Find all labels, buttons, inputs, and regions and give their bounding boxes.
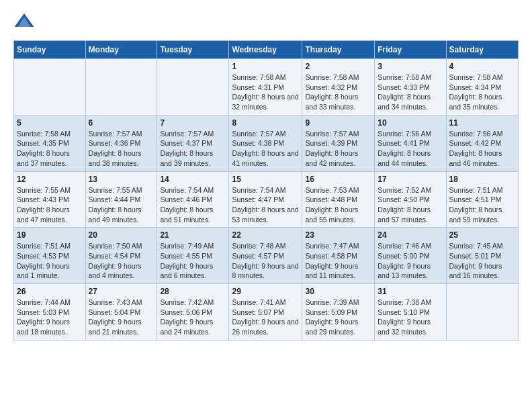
day-info: Sunrise: 7:48 AMSunset: 4:57 PMDaylight:…: [232, 241, 299, 281]
calendar-header-row: SundayMondayTuesdayWednesdayThursdayFrid…: [14, 41, 519, 59]
day-number: 7: [160, 118, 226, 128]
logo: [13, 11, 36, 32]
day-number: 6: [89, 118, 154, 128]
day-info: Sunrise: 7:56 AMSunset: 4:42 PMDaylight:…: [449, 129, 515, 169]
day-info: Sunrise: 7:58 AMSunset: 4:34 PMDaylight:…: [449, 73, 515, 112]
day-info: Sunrise: 7:55 AMSunset: 4:43 PMDaylight:…: [17, 185, 83, 225]
day-info: Sunrise: 7:51 AMSunset: 4:51 PMDaylight:…: [449, 185, 515, 225]
calendar-cell: 12Sunrise: 7:55 AMSunset: 4:43 PMDayligh…: [14, 171, 86, 228]
calendar-cell: 17Sunrise: 7:52 AMSunset: 4:50 PMDayligh…: [375, 171, 446, 228]
calendar-cell: 9Sunrise: 7:57 AMSunset: 4:39 PMDaylight…: [302, 115, 375, 171]
calendar-cell: 22Sunrise: 7:48 AMSunset: 4:57 PMDayligh…: [229, 228, 302, 284]
col-header-saturday: Saturday: [446, 41, 518, 59]
day-number: 12: [17, 175, 83, 184]
day-number: 5: [17, 118, 83, 128]
calendar-cell: 6Sunrise: 7:57 AMSunset: 4:36 PMDaylight…: [85, 115, 157, 171]
day-number: 1: [232, 62, 299, 71]
day-number: 18: [449, 175, 515, 184]
day-info: Sunrise: 7:58 AMSunset: 4:35 PMDaylight:…: [17, 129, 83, 169]
day-number: 14: [160, 175, 226, 184]
day-info: Sunrise: 7:54 AMSunset: 4:47 PMDaylight:…: [232, 185, 299, 225]
calendar-cell: 31Sunrise: 7:38 AMSunset: 5:10 PMDayligh…: [375, 284, 446, 340]
col-header-wednesday: Wednesday: [229, 41, 302, 59]
day-number: 4: [449, 62, 515, 71]
day-number: 3: [378, 62, 443, 71]
calendar-cell: 25Sunrise: 7:45 AMSunset: 5:01 PMDayligh…: [446, 228, 518, 284]
day-info: Sunrise: 7:47 AMSunset: 4:58 PMDaylight:…: [305, 241, 371, 281]
calendar-cell: 30Sunrise: 7:39 AMSunset: 5:09 PMDayligh…: [302, 284, 375, 340]
calendar-cell: 19Sunrise: 7:51 AMSunset: 4:53 PMDayligh…: [14, 228, 86, 284]
calendar-cell: 4Sunrise: 7:58 AMSunset: 4:34 PMDaylight…: [446, 59, 518, 116]
day-info: Sunrise: 7:45 AMSunset: 5:01 PMDaylight:…: [449, 241, 515, 281]
calendar-cell: 18Sunrise: 7:51 AMSunset: 4:51 PMDayligh…: [446, 171, 518, 228]
day-info: Sunrise: 7:46 AMSunset: 5:00 PMDaylight:…: [378, 241, 443, 281]
calendar-cell: 14Sunrise: 7:54 AMSunset: 4:46 PMDayligh…: [157, 171, 229, 228]
day-info: Sunrise: 7:51 AMSunset: 4:53 PMDaylight:…: [17, 241, 83, 281]
week-row-5: 26Sunrise: 7:44 AMSunset: 5:03 PMDayligh…: [14, 284, 519, 340]
week-row-1: 1Sunrise: 7:58 AMSunset: 4:31 PMDaylight…: [14, 59, 519, 116]
col-header-friday: Friday: [375, 41, 446, 59]
day-info: Sunrise: 7:52 AMSunset: 4:50 PMDaylight:…: [378, 185, 443, 225]
day-info: Sunrise: 7:58 AMSunset: 4:33 PMDaylight:…: [378, 73, 443, 112]
day-info: Sunrise: 7:56 AMSunset: 4:41 PMDaylight:…: [378, 129, 443, 169]
calendar-cell: 27Sunrise: 7:43 AMSunset: 5:04 PMDayligh…: [85, 284, 157, 340]
calendar-cell: 1Sunrise: 7:58 AMSunset: 4:31 PMDaylight…: [229, 59, 302, 116]
day-number: 15: [232, 175, 299, 184]
day-info: Sunrise: 7:57 AMSunset: 4:36 PMDaylight:…: [89, 129, 154, 169]
week-row-4: 19Sunrise: 7:51 AMSunset: 4:53 PMDayligh…: [14, 228, 519, 284]
calendar-cell: 2Sunrise: 7:58 AMSunset: 4:32 PMDaylight…: [302, 59, 375, 116]
day-number: 28: [160, 287, 226, 296]
day-number: 25: [449, 230, 515, 240]
day-info: Sunrise: 7:57 AMSunset: 4:38 PMDaylight:…: [232, 129, 299, 169]
day-number: 20: [89, 230, 154, 240]
day-number: 22: [232, 230, 299, 240]
calendar-cell: 15Sunrise: 7:54 AMSunset: 4:47 PMDayligh…: [229, 171, 302, 228]
day-number: 10: [378, 118, 443, 128]
calendar-cell: 5Sunrise: 7:58 AMSunset: 4:35 PMDaylight…: [14, 115, 86, 171]
day-number: 29: [232, 287, 299, 296]
calendar-cell: 11Sunrise: 7:56 AMSunset: 4:42 PMDayligh…: [446, 115, 518, 171]
logo-icon: [13, 11, 35, 32]
calendar-cell: 28Sunrise: 7:42 AMSunset: 5:06 PMDayligh…: [157, 284, 229, 340]
calendar-cell: 23Sunrise: 7:47 AMSunset: 4:58 PMDayligh…: [302, 228, 375, 284]
day-info: Sunrise: 7:38 AMSunset: 5:10 PMDaylight:…: [378, 298, 443, 337]
calendar-cell: 20Sunrise: 7:50 AMSunset: 4:54 PMDayligh…: [85, 228, 157, 284]
day-info: Sunrise: 7:54 AMSunset: 4:46 PMDaylight:…: [160, 185, 226, 225]
day-info: Sunrise: 7:58 AMSunset: 4:31 PMDaylight:…: [232, 73, 299, 112]
calendar-cell: 10Sunrise: 7:56 AMSunset: 4:41 PMDayligh…: [375, 115, 446, 171]
calendar-cell: 16Sunrise: 7:53 AMSunset: 4:48 PMDayligh…: [302, 171, 375, 228]
day-info: Sunrise: 7:53 AMSunset: 4:48 PMDaylight:…: [305, 185, 371, 225]
calendar-cell: [14, 59, 86, 116]
day-number: 8: [232, 118, 299, 128]
day-number: 26: [17, 287, 83, 296]
day-info: Sunrise: 7:42 AMSunset: 5:06 PMDaylight:…: [160, 298, 226, 337]
day-info: Sunrise: 7:41 AMSunset: 5:07 PMDaylight:…: [232, 298, 299, 337]
col-header-tuesday: Tuesday: [157, 41, 229, 59]
calendar-cell: 7Sunrise: 7:57 AMSunset: 4:37 PMDaylight…: [157, 115, 229, 171]
calendar-cell: 21Sunrise: 7:49 AMSunset: 4:55 PMDayligh…: [157, 228, 229, 284]
day-number: 17: [378, 175, 443, 184]
day-number: 30: [305, 287, 371, 296]
day-number: 31: [378, 287, 443, 296]
day-info: Sunrise: 7:57 AMSunset: 4:39 PMDaylight:…: [305, 129, 371, 169]
calendar-cell: 26Sunrise: 7:44 AMSunset: 5:03 PMDayligh…: [14, 284, 86, 340]
day-number: 13: [89, 175, 154, 184]
day-info: Sunrise: 7:49 AMSunset: 4:55 PMDaylight:…: [160, 241, 226, 281]
calendar-cell: 3Sunrise: 7:58 AMSunset: 4:33 PMDaylight…: [375, 59, 446, 116]
col-header-sunday: Sunday: [14, 41, 86, 59]
day-info: Sunrise: 7:44 AMSunset: 5:03 PMDaylight:…: [17, 298, 83, 337]
day-info: Sunrise: 7:55 AMSunset: 4:44 PMDaylight:…: [89, 185, 154, 225]
calendar-table: SundayMondayTuesdayWednesdayThursdayFrid…: [13, 40, 519, 340]
day-number: 24: [378, 230, 443, 240]
header: [13, 11, 519, 32]
day-info: Sunrise: 7:58 AMSunset: 4:32 PMDaylight:…: [305, 73, 371, 112]
calendar-cell: 29Sunrise: 7:41 AMSunset: 5:07 PMDayligh…: [229, 284, 302, 340]
week-row-3: 12Sunrise: 7:55 AMSunset: 4:43 PMDayligh…: [14, 171, 519, 228]
day-number: 21: [160, 230, 226, 240]
calendar-cell: [157, 59, 229, 116]
day-number: 9: [305, 118, 371, 128]
day-number: 2: [305, 62, 371, 71]
calendar-cell: 8Sunrise: 7:57 AMSunset: 4:38 PMDaylight…: [229, 115, 302, 171]
week-row-2: 5Sunrise: 7:58 AMSunset: 4:35 PMDaylight…: [14, 115, 519, 171]
day-info: Sunrise: 7:57 AMSunset: 4:37 PMDaylight:…: [160, 129, 226, 169]
